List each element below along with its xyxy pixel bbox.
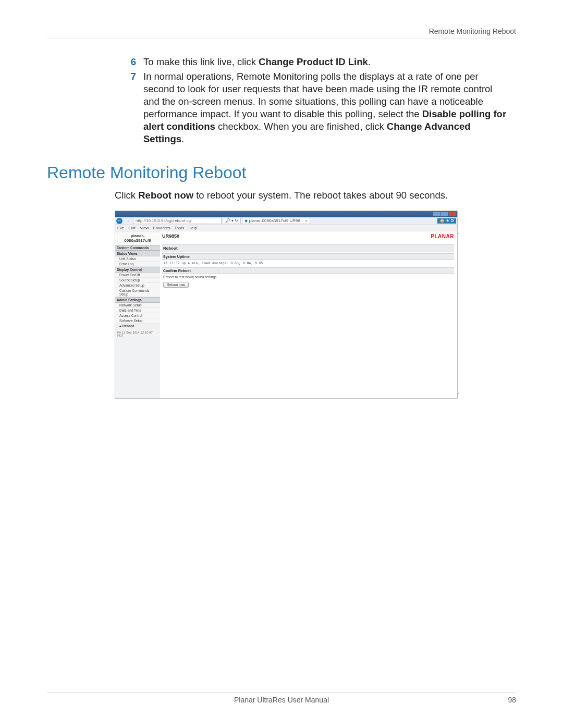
sidebar-item-unit-status[interactable]: Unit Status bbox=[115, 256, 160, 262]
minimize-button[interactable] bbox=[433, 212, 440, 216]
menu-view[interactable]: View bbox=[140, 226, 149, 230]
url-field[interactable]: http://10.15.0.94/cgi/reboot.cgi bbox=[133, 218, 222, 224]
tab-label[interactable]: ◆ planar-0080a3917cf9 UR98... × bbox=[242, 218, 310, 224]
step-body: To make this link live, click Change Pro… bbox=[143, 56, 511, 68]
menu-tools[interactable]: Tools bbox=[175, 226, 185, 230]
text: To make this link live, click bbox=[143, 56, 259, 67]
sidebar-section-custom-commands: Custom Commands bbox=[115, 245, 160, 251]
page-footer: Planar UltraRes User Manual 98 bbox=[47, 692, 516, 704]
sidebar-item-reboot-label: Reboot bbox=[123, 324, 134, 328]
sidebar-item-error-log[interactable]: Error Log bbox=[115, 262, 160, 267]
close-button[interactable] bbox=[449, 212, 456, 216]
forward-button[interactable]: → bbox=[124, 219, 132, 224]
manual-page: Remote Monitoring Reboot 6 To make this … bbox=[0, 0, 563, 728]
bold-text: Change Product ID Link bbox=[259, 56, 368, 67]
reboot-now-button[interactable]: Reboot now bbox=[163, 282, 189, 288]
browser-menubar[interactable]: File Edit View Favorites Tools Help bbox=[115, 225, 457, 231]
numbered-steps: 6 To make this link live, click Change P… bbox=[123, 56, 511, 145]
main-panel: ˄ UR9850 PLANAR Reboot System Uptime 13:… bbox=[160, 231, 457, 398]
step-body: In normal operations, Remote Monitoring … bbox=[143, 70, 511, 145]
footer-title: Planar UltraRes User Manual bbox=[47, 696, 516, 704]
step-6: 6 To make this link live, click Change P… bbox=[123, 56, 511, 68]
brand-logo: PLANAR bbox=[431, 233, 454, 239]
search-refresh-chip[interactable]: 🔎 ▾ ↻ bbox=[223, 218, 241, 224]
sidebar: planar- 0080a3917cf9 Custom Commands Sta… bbox=[115, 231, 160, 398]
panel-bar-uptime: System Uptime bbox=[162, 253, 454, 260]
bold-text: Reboot now bbox=[138, 190, 193, 201]
sidebar-section-admin-settings: Admin Settings bbox=[115, 297, 160, 303]
uptime-value: 13:13:37 up 4 min, load average: 0.63, 0… bbox=[162, 260, 454, 266]
step-number: 7 bbox=[123, 70, 136, 145]
text: checkbox. When you are finished, click bbox=[215, 121, 387, 132]
sidebar-item-access-control[interactable]: Access Control bbox=[115, 313, 160, 318]
step-7: 7 In normal operations, Remote Monitorin… bbox=[123, 70, 511, 145]
text: . bbox=[181, 133, 184, 144]
sidebar-item-network-setup[interactable]: Network Setup bbox=[115, 303, 160, 308]
scroll-up-icon[interactable]: ˄ bbox=[457, 232, 459, 237]
tab-text: planar-0080a3917cf9 UR98... bbox=[249, 218, 304, 223]
text: . bbox=[368, 56, 371, 67]
menu-file[interactable]: File bbox=[117, 226, 124, 230]
device-title-line2: 0080a3917cf9 bbox=[124, 238, 151, 243]
sidebar-item-source-setup[interactable]: Source Setup bbox=[115, 278, 160, 283]
confirm-reboot-text: Reboot to test newly saved settings. bbox=[162, 274, 454, 281]
panel-bar-confirm-reboot: Confirm Reboot bbox=[162, 267, 454, 274]
text: Click bbox=[115, 190, 138, 201]
window-titlebar bbox=[115, 211, 457, 217]
scroll-down-icon[interactable]: ˅ bbox=[457, 392, 459, 397]
toolbar-right-icons[interactable]: 🏠 ★ ⚙ bbox=[437, 218, 456, 224]
page-body: planar- 0080a3917cf9 Custom Commands Sta… bbox=[115, 231, 457, 398]
menu-help[interactable]: Help bbox=[189, 226, 197, 230]
sidebar-item-power[interactable]: Power On/Off bbox=[115, 273, 160, 278]
sidebar-section-status-views: Status Views bbox=[115, 251, 160, 256]
sidebar-item-reboot[interactable]: ◂ Reboot bbox=[115, 324, 160, 329]
menu-edit[interactable]: Edit bbox=[128, 226, 136, 230]
menu-favorites[interactable]: Favorites bbox=[153, 226, 170, 230]
device-title: planar- 0080a3917cf9 bbox=[115, 232, 160, 245]
embedded-screenshot: ← → http://10.15.0.94/cgi/reboot.cgi 🔎 ▾… bbox=[115, 211, 458, 399]
section-heading: Remote Monitoring Reboot bbox=[47, 163, 516, 182]
back-button[interactable]: ← bbox=[116, 218, 123, 224]
sidebar-timestamp: Fri 12 Sep 2014 12:10:07 PDT bbox=[115, 329, 160, 339]
sidebar-item-advanced-setup[interactable]: Advanced Setup bbox=[115, 283, 160, 288]
panel-bar-reboot: Reboot bbox=[162, 244, 454, 252]
maximize-button[interactable] bbox=[441, 212, 448, 216]
step-number: 6 bbox=[123, 56, 136, 68]
section-paragraph: Click Reboot now to reboot your system. … bbox=[115, 190, 511, 201]
model-label: UR9850 bbox=[162, 233, 179, 239]
text: to reboot your system. The reboot takes … bbox=[193, 190, 448, 201]
device-title-line1: planar- bbox=[131, 233, 145, 238]
sidebar-item-software-setup[interactable]: Software Setup bbox=[115, 318, 160, 324]
sidebar-item-date-time[interactable]: Date and Time bbox=[115, 308, 160, 313]
sidebar-section-display-control: Display Control bbox=[115, 267, 160, 273]
browser-address-bar: ← → http://10.15.0.94/cgi/reboot.cgi 🔎 ▾… bbox=[115, 217, 457, 225]
running-head: Remote Monitoring Reboot bbox=[47, 27, 516, 39]
main-header: UR9850 PLANAR bbox=[162, 232, 454, 243]
sidebar-item-custom-commands-setup[interactable]: Custom Commands Setup bbox=[115, 288, 160, 297]
